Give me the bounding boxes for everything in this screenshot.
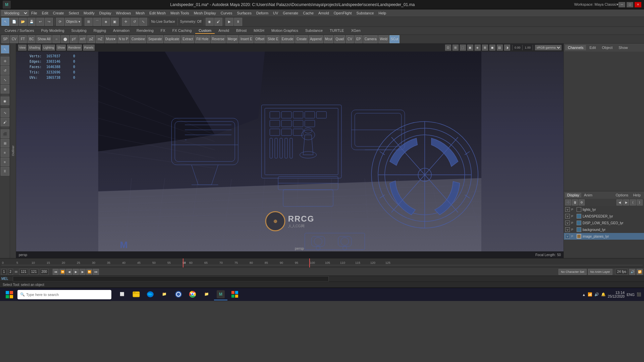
menu-openflight[interactable]: OpenFlight bbox=[332, 10, 354, 16]
menu-uv[interactable]: UV bbox=[271, 10, 280, 16]
layer-color-lights[interactable] bbox=[577, 207, 581, 212]
vp-icon-btn-2[interactable]: ⊞ bbox=[452, 45, 459, 51]
layer-color-bg[interactable] bbox=[577, 227, 581, 232]
tab-fx-caching[interactable]: FX Caching bbox=[169, 28, 195, 34]
layer-vis-bg[interactable]: V bbox=[565, 227, 570, 232]
start-button[interactable] bbox=[3, 289, 16, 300]
close-button[interactable]: ✕ bbox=[635, 2, 641, 7]
tab-show[interactable]: Show bbox=[616, 45, 631, 50]
viewport-area[interactable]: View Shading Lighting Show Renderer Pane… bbox=[16, 44, 564, 258]
circle-btn[interactable]: ○ bbox=[52, 35, 60, 43]
tab-object[interactable]: Object bbox=[599, 45, 615, 50]
cv-btn[interactable]: CV bbox=[10, 35, 18, 43]
vp-wire-btn[interactable]: ⊠ bbox=[482, 45, 488, 51]
vp-light-btn[interactable]: ◑ bbox=[504, 45, 510, 51]
move-tool-btn[interactable]: ✛ bbox=[122, 18, 130, 26]
command-input[interactable] bbox=[13, 276, 329, 282]
menu-mesh-tools[interactable]: Mesh Tools bbox=[168, 10, 191, 16]
tab-arnold[interactable]: Arnold bbox=[215, 28, 232, 34]
rotate-tool-btn[interactable]: ↺ bbox=[130, 18, 139, 26]
combine-btn[interactable]: Combine bbox=[130, 35, 146, 43]
taskbar-folder[interactable]: 📁 bbox=[158, 289, 171, 300]
taskbar-task-view[interactable]: ⬜ bbox=[115, 289, 129, 300]
tab-rendering[interactable]: Rendering bbox=[133, 28, 157, 34]
quad-btn[interactable]: Quad bbox=[334, 35, 345, 43]
vp-icon-btn-1[interactable]: ⊡ bbox=[445, 45, 451, 51]
tab-rigging[interactable]: Rigging bbox=[90, 28, 109, 34]
more-btn[interactable]: More▾ bbox=[105, 35, 117, 43]
no-anim-layer-btn[interactable]: No Anim Layer bbox=[588, 269, 612, 275]
cmd-mode-label[interactable]: MEL bbox=[1, 277, 11, 281]
fillhole-btn[interactable]: Fill Hole bbox=[195, 35, 210, 43]
taskbar-chrome[interactable] bbox=[186, 289, 199, 300]
layer-options[interactable]: Options bbox=[613, 193, 630, 197]
tab-channels[interactable]: Channels bbox=[565, 45, 586, 50]
workspace-label[interactable]: Workspace: Maya Classic▾ bbox=[574, 2, 619, 7]
layer-item-bg[interactable]: V P background_lyr bbox=[564, 226, 644, 233]
extract-btn[interactable]: Extract bbox=[181, 35, 194, 43]
taskbar-explorer[interactable] bbox=[129, 289, 143, 300]
tab-turtle[interactable]: TURTLE bbox=[326, 28, 347, 34]
tab-curves-surfaces[interactable]: Curves / Surfaces bbox=[1, 28, 37, 34]
vp-icon-btn-4[interactable]: ▣ bbox=[467, 45, 473, 51]
transform-btn[interactable]: ⟳ bbox=[56, 18, 64, 26]
layer-vis-disp[interactable]: V bbox=[565, 221, 570, 225]
soft-select-btn[interactable]: ◉ bbox=[206, 18, 214, 26]
redo-btn[interactable]: ↪ bbox=[45, 18, 53, 26]
menu-curves[interactable]: Curves bbox=[219, 10, 234, 16]
vp-shading-btn[interactable]: Shading bbox=[28, 45, 41, 51]
tab-substance[interactable]: Substance bbox=[302, 28, 326, 34]
layer-color-ip[interactable] bbox=[577, 234, 581, 239]
tab-animation[interactable]: Animation bbox=[110, 28, 133, 34]
layer-item-landspeeder[interactable]: V P LANDSPEEDER_lyr bbox=[564, 213, 644, 220]
tab-xgen[interactable]: XGen bbox=[348, 28, 364, 34]
layer-vis-ip[interactable]: V bbox=[565, 234, 570, 239]
tab-bifrost[interactable]: Bifrost bbox=[233, 28, 250, 34]
ntp-btn[interactable]: N to P bbox=[117, 35, 129, 43]
outliner-label[interactable]: Outliner bbox=[11, 145, 15, 156]
tab-sculpting[interactable]: Sculpting bbox=[68, 28, 90, 34]
vp-texture-btn[interactable]: ▤ bbox=[497, 45, 503, 51]
rotate-tool-sidebar[interactable]: ↺ bbox=[1, 66, 9, 75]
taskbar-maya[interactable]: M bbox=[214, 289, 227, 300]
layer-nav-next[interactable]: ▶ bbox=[623, 199, 629, 205]
taskbar-folder-2[interactable]: 📁 bbox=[200, 289, 213, 300]
weld-btn[interactable]: Weld bbox=[378, 35, 389, 43]
ep-btn[interactable]: EP bbox=[355, 35, 363, 43]
taskbar-windows-explorer[interactable] bbox=[228, 289, 241, 300]
grid-sidebar[interactable]: ⊞ bbox=[1, 139, 9, 147]
show-all-btn[interactable]: Show All bbox=[36, 35, 52, 43]
snap-curve-btn[interactable]: ⌒ bbox=[93, 18, 101, 26]
layer-tab-display[interactable]: Display bbox=[565, 193, 581, 197]
save-scene-btn[interactable]: 💾 bbox=[28, 18, 36, 26]
menu-select[interactable]: Select bbox=[67, 10, 81, 16]
mode-selector[interactable]: Modeling Rigging Animation FX Rendering bbox=[1, 10, 29, 16]
vp-lighting-btn[interactable]: Lighting bbox=[42, 45, 55, 51]
poly-sphere-btn[interactable]: ⬤ bbox=[61, 35, 69, 43]
timeline-playhead[interactable] bbox=[309, 258, 310, 267]
audio-btn[interactable]: 🔊 bbox=[629, 269, 635, 275]
sp-btn[interactable]: SP bbox=[1, 35, 9, 43]
paint-btn[interactable]: 🖌 bbox=[214, 18, 222, 26]
snap-point-btn[interactable]: ◈ bbox=[102, 18, 110, 26]
lasso-sidebar[interactable]: ∿ bbox=[1, 108, 9, 117]
menu-edit[interactable]: Edit bbox=[40, 10, 50, 16]
menu-deform[interactable]: Deform bbox=[254, 10, 270, 16]
append-btn[interactable]: Append bbox=[309, 35, 323, 43]
offset-btn[interactable]: Offset bbox=[254, 35, 266, 43]
layer-item-image-planes[interactable]: V P image_planes_lyr bbox=[564, 233, 644, 240]
menu-windows[interactable]: Windows bbox=[114, 10, 133, 16]
layer-item-disp[interactable]: V P DISP_LOW_RES_GEO_lyr bbox=[564, 220, 644, 226]
range-end-field[interactable]: 121 bbox=[19, 269, 28, 275]
menu-surfaces[interactable]: Surfaces bbox=[235, 10, 254, 16]
view-cube-sidebar[interactable]: ⬛ bbox=[1, 129, 9, 138]
current-end-field[interactable]: 200 bbox=[40, 269, 49, 275]
pb-prev-key-btn[interactable]: ⏪ bbox=[59, 269, 65, 275]
merge-btn[interactable]: Merge bbox=[226, 35, 238, 43]
ft-btn[interactable]: FT bbox=[19, 35, 27, 43]
slide-btn[interactable]: Slide E bbox=[266, 35, 280, 43]
duplicate-btn[interactable]: Duplicate bbox=[164, 35, 181, 43]
interactive-render-btn[interactable]: ⏸ bbox=[234, 18, 242, 26]
pb-prev-frame-btn[interactable]: ◀ bbox=[66, 269, 72, 275]
select-mode-btn[interactable]: ↖ bbox=[1, 45, 9, 54]
